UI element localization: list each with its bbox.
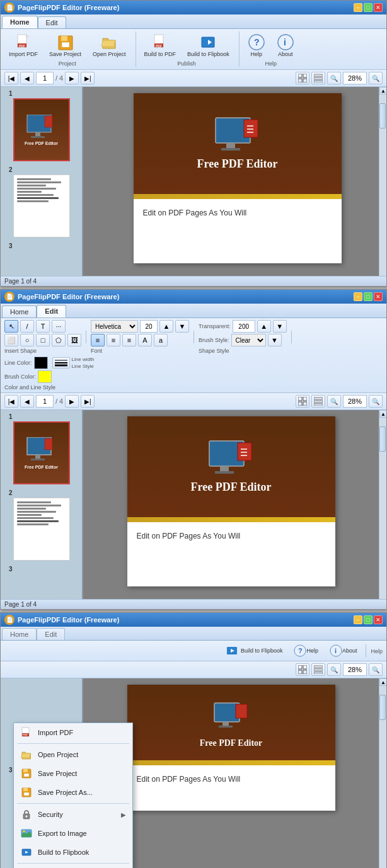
open-project-button[interactable]: Open Project xyxy=(88,31,130,59)
scroll-up-3[interactable]: ▲ xyxy=(379,678,386,686)
import-pdf-button[interactable]: PDF Import PDF xyxy=(4,31,42,59)
align-center[interactable]: ≡ xyxy=(107,334,120,346)
font-select[interactable]: Helvetica xyxy=(91,320,138,333)
align-left[interactable]: ≡ xyxy=(91,334,105,346)
transparent-input[interactable] xyxy=(233,320,255,333)
scroll-up-arrow[interactable]: ▲ xyxy=(379,87,386,94)
maximize-button-2[interactable]: □ xyxy=(364,292,373,301)
line-color-swatch[interactable] xyxy=(34,357,48,369)
menu-save-project[interactable]: Save Project xyxy=(14,764,132,783)
maximize-button-3[interactable]: □ xyxy=(364,615,373,624)
about-3[interactable]: i About xyxy=(325,642,362,659)
list-view-2[interactable] xyxy=(311,395,325,408)
minimize-button[interactable]: − xyxy=(354,3,362,12)
maximize-button[interactable]: □ xyxy=(364,3,373,12)
font-size-up[interactable]: ▲ xyxy=(159,320,173,333)
zoom-button[interactable]: 🔍 xyxy=(369,72,383,84)
zoom-button-2[interactable]: 🔍 xyxy=(369,395,383,408)
first-page-button-2[interactable]: |◀ xyxy=(4,395,18,408)
list-view-3[interactable] xyxy=(311,663,325,676)
scrollbar-3[interactable]: ▲ xyxy=(379,678,386,868)
grid-view-3[interactable] xyxy=(296,663,309,676)
close-button-2[interactable]: ✕ xyxy=(374,292,383,301)
menu-security[interactable]: Security ▶ xyxy=(14,805,132,824)
menu-export-image[interactable]: Export to Image xyxy=(14,824,132,843)
zoom-input[interactable] xyxy=(343,72,367,84)
search-button[interactable]: 🔍 xyxy=(327,72,341,84)
zoom-3[interactable]: 🔍 xyxy=(369,663,383,676)
scroll-up-arrow-2[interactable]: ▲ xyxy=(379,410,386,418)
scroll-thumb-3[interactable] xyxy=(379,695,386,720)
first-page-button[interactable]: |◀ xyxy=(4,72,18,84)
next-page-button[interactable]: ▶ xyxy=(65,72,79,84)
text-tool[interactable]: T xyxy=(36,320,50,333)
zoom-input-2[interactable] xyxy=(343,395,367,408)
build-flipbook-3[interactable]: Build to Flipbook xyxy=(221,642,287,659)
brush-color-swatch[interactable] xyxy=(38,370,52,383)
tab-edit-2[interactable]: Edit xyxy=(37,305,66,317)
trans-up[interactable]: ▲ xyxy=(257,320,271,333)
thumbnail-2[interactable]: 2 xyxy=(4,166,79,237)
font-size-large[interactable]: A xyxy=(138,334,152,346)
page-input-2[interactable] xyxy=(36,395,54,408)
menu-open-project[interactable]: Open Project xyxy=(14,745,132,764)
close-button[interactable]: ✕ xyxy=(374,3,383,12)
font-size-small[interactable]: a xyxy=(154,334,168,346)
search-2[interactable]: 🔍 xyxy=(327,395,341,408)
circle-tool[interactable]: ○ xyxy=(20,334,34,346)
last-page-button-2[interactable]: ▶| xyxy=(81,395,95,408)
zoom-input-3[interactable] xyxy=(343,663,367,676)
brush-style-select[interactable]: Clear xyxy=(231,334,266,346)
img-tool[interactable]: 🖼 xyxy=(67,334,81,346)
tab-edit-3[interactable]: Edit xyxy=(37,628,65,640)
next-page-button-2[interactable]: ▶ xyxy=(65,395,79,408)
pen-tool[interactable]: / xyxy=(20,320,34,333)
tab-home-2[interactable]: Home xyxy=(2,306,37,317)
build-to-pdf-button[interactable]: PDF Build to PDF xyxy=(140,31,181,59)
menu-save-project-as[interactable]: Save Project As... xyxy=(14,783,132,802)
lines-icon[interactable] xyxy=(52,357,70,368)
list-view-button[interactable] xyxy=(311,72,325,84)
thumb2-2[interactable]: 2 xyxy=(4,489,79,561)
tab-edit-1[interactable]: Edit xyxy=(38,16,66,28)
font-size-input[interactable] xyxy=(140,320,158,333)
eraser-tool[interactable]: ⬜ xyxy=(4,334,18,346)
minimize-button-3[interactable]: − xyxy=(354,615,362,624)
close-button-3[interactable]: ✕ xyxy=(374,615,383,624)
trans-down[interactable]: ▼ xyxy=(273,320,287,333)
help-button[interactable]: ? Help xyxy=(243,31,270,59)
font-row2: ≡ ≡ ≡ A a xyxy=(91,334,168,346)
scroll-thumb-2[interactable] xyxy=(379,426,386,452)
prev-page-button[interactable]: ◀ xyxy=(20,72,34,84)
tab-home-3[interactable]: Home xyxy=(2,628,37,640)
brush-dropdown[interactable]: ▼ xyxy=(268,334,282,346)
save-project-button[interactable]: Save Project xyxy=(45,31,86,59)
build-flipbook-button[interactable]: Build to Flipbook xyxy=(183,31,234,59)
scrollbar-2[interactable]: ▲ xyxy=(379,410,386,599)
thumbnail-3[interactable]: 3 xyxy=(4,243,79,251)
thumbnail-1[interactable]: 1 Free PDF Editor xyxy=(4,90,79,161)
grid-view-button[interactable] xyxy=(296,72,309,84)
about-button[interactable]: i About xyxy=(272,31,299,59)
page-input[interactable] xyxy=(36,72,54,84)
menu-import-pdf[interactable]: PDF Import PDF xyxy=(14,723,132,742)
menu-help[interactable]: ? Help ▶ xyxy=(14,865,132,868)
help-3[interactable]: ? Help xyxy=(289,642,323,659)
select-tool[interactable]: ↖ xyxy=(4,320,18,333)
scroll-thumb-1[interactable] xyxy=(379,103,386,128)
grid-view-2[interactable] xyxy=(296,395,309,408)
thumb2-3[interactable]: 3 xyxy=(4,566,79,574)
thumb2-1[interactable]: 1 Free PDF Editor xyxy=(4,413,79,484)
scrollbar-1[interactable]: ▲ xyxy=(379,87,386,276)
search-3[interactable]: 🔍 xyxy=(327,663,341,676)
dotted-tool[interactable]: ··· xyxy=(52,320,66,333)
last-page-button[interactable]: ▶| xyxy=(81,72,95,84)
align-right[interactable]: ≡ xyxy=(122,334,136,346)
rect-tool[interactable]: □ xyxy=(36,334,50,346)
font-size-down[interactable]: ▼ xyxy=(175,320,189,333)
tab-home-1[interactable]: Home xyxy=(2,16,38,28)
poly-tool[interactable]: ⬠ xyxy=(52,334,66,346)
minimize-button-2[interactable]: − xyxy=(354,292,362,301)
prev-page-button-2[interactable]: ◀ xyxy=(20,395,34,408)
menu-build-flipbook[interactable]: Build to Flipbook xyxy=(14,843,132,862)
